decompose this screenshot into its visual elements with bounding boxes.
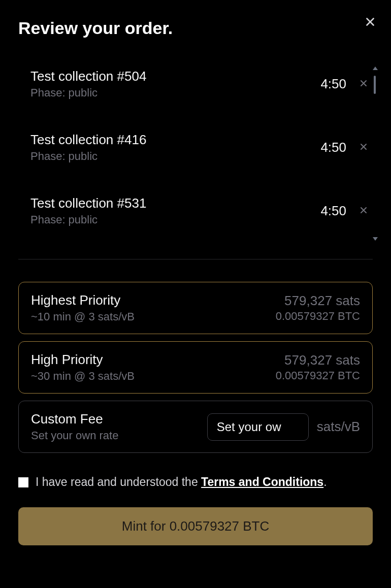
order-meta: 4:50	[320, 76, 369, 92]
remove-order-button[interactable]	[359, 78, 369, 90]
custom-title: Custom Fee	[31, 411, 118, 427]
priority-info: High Priority ~30 min @ 3 sats/vB	[31, 352, 135, 383]
priority-sats: 579,327 sats	[276, 293, 360, 309]
order-title: Test collection #504	[30, 69, 146, 84]
scroll-arrow-up-icon[interactable]	[373, 67, 378, 70]
order-title: Test collection #416	[30, 132, 146, 148]
close-icon	[364, 15, 377, 28]
priority-title: Highest Priority	[31, 292, 135, 308]
priority-btc: 0.00579327 BTC	[276, 369, 360, 382]
order-time: 4:50	[320, 76, 346, 92]
close-icon	[359, 205, 369, 215]
order-phase: Phase: public	[30, 213, 146, 226]
priority-info: Highest Priority ~10 min @ 3 sats/vB	[31, 292, 135, 323]
remove-order-button[interactable]	[359, 205, 369, 217]
order-time: 4:50	[320, 203, 346, 219]
terms-row: I have read and understood the Terms and…	[18, 475, 373, 489]
custom-subtitle: Set your own rate	[31, 429, 118, 442]
terms-prefix: I have read and understood the	[36, 475, 201, 488]
close-button[interactable]	[364, 15, 377, 31]
review-order-modal: Review your order. Test collection #504 …	[0, 0, 391, 564]
order-meta: 4:50	[320, 203, 369, 219]
priority-card-highest[interactable]: Highest Priority ~10 min @ 3 sats/vB 579…	[18, 282, 373, 334]
close-icon	[359, 142, 369, 152]
divider	[18, 259, 373, 259]
modal-title: Review your order.	[18, 18, 373, 38]
order-info: Test collection #416 Phase: public	[30, 132, 146, 163]
priority-title: High Priority	[31, 352, 135, 368]
scroll-arrow-down-icon[interactable]	[373, 237, 378, 241]
custom-input-group: Set your ow sats/vB	[207, 413, 360, 441]
custom-info: Custom Fee Set your own rate	[31, 411, 118, 442]
scrollbar-thumb[interactable]	[374, 76, 376, 94]
order-item: Test collection #504 Phase: public 4:50	[30, 69, 369, 100]
order-phase: Phase: public	[30, 150, 146, 163]
order-meta: 4:50	[320, 140, 369, 155]
priority-subtitle: ~30 min @ 3 sats/vB	[31, 370, 135, 383]
terms-checkbox[interactable]	[18, 477, 28, 487]
close-icon	[359, 78, 369, 88]
priority-amount: 579,327 sats 0.00579327 BTC	[276, 293, 360, 323]
order-list: Test collection #504 Phase: public 4:50 …	[30, 69, 373, 226]
custom-unit-label: sats/vB	[317, 419, 360, 435]
order-phase: Phase: public	[30, 86, 146, 100]
order-title: Test collection #531	[30, 195, 146, 211]
custom-fee-input[interactable]: Set your ow	[207, 413, 309, 441]
terms-text: I have read and understood the Terms and…	[36, 475, 327, 489]
priority-amount: 579,327 sats 0.00579327 BTC	[276, 352, 360, 382]
mint-button[interactable]: Mint for 0.00579327 BTC	[18, 507, 373, 545]
terms-suffix: .	[323, 475, 327, 488]
terms-link[interactable]: Terms and Conditions	[201, 475, 323, 488]
order-info: Test collection #531 Phase: public	[30, 195, 146, 226]
order-info: Test collection #504 Phase: public	[30, 69, 146, 100]
priority-card-custom[interactable]: Custom Fee Set your own rate Set your ow…	[18, 401, 373, 453]
remove-order-button[interactable]	[359, 142, 369, 154]
priority-btc: 0.00579327 BTC	[276, 310, 360, 323]
order-item: Test collection #416 Phase: public 4:50	[30, 132, 369, 163]
order-time: 4:50	[320, 140, 346, 155]
priority-subtitle: ~10 min @ 3 sats/vB	[31, 310, 135, 323]
order-item: Test collection #531 Phase: public 4:50	[30, 195, 369, 226]
priority-card-high[interactable]: High Priority ~30 min @ 3 sats/vB 579,32…	[18, 341, 373, 394]
priority-sats: 579,327 sats	[276, 352, 360, 368]
